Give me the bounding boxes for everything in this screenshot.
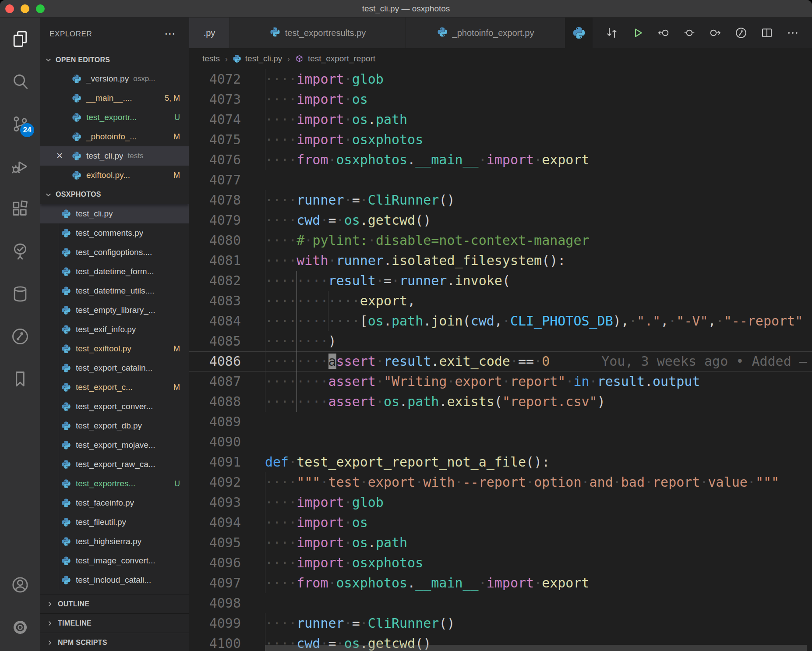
tree-item[interactable]: test_configoptions.... (40, 243, 189, 262)
git-history-icon[interactable] (734, 26, 748, 39)
code-line[interactable]: 4091def·test_export_report_not_a_file(): (189, 452, 812, 472)
tree-item[interactable]: test_empty_library_... (40, 301, 189, 320)
account-icon[interactable] (0, 563, 40, 606)
open-editor-item[interactable]: _version.pyosxp... (40, 69, 189, 88)
breadcrumb-item[interactable]: test_cli.py (245, 54, 282, 64)
line-number[interactable]: 4072 (189, 69, 241, 89)
tab--py[interactable]: .py (189, 18, 230, 48)
breadcrumb-item[interactable]: tests (202, 54, 220, 64)
tree-item[interactable]: test_exiftool.pyM (40, 339, 189, 358)
bookmarks-icon[interactable] (0, 357, 40, 400)
todo-tree-icon[interactable] (0, 230, 40, 272)
panel-npm-scripts[interactable]: NPM SCRIPTS (40, 633, 189, 651)
tab--photoinfo-export-py[interactable]: _photoinfo_export.py (406, 18, 565, 48)
source-control-icon[interactable]: 24 (0, 103, 40, 145)
search-icon[interactable] (0, 60, 40, 103)
tree-item[interactable]: test_cli.py (40, 204, 189, 223)
line-number[interactable]: 4081 (189, 251, 241, 271)
tree-item[interactable]: test_datetime_form... (40, 262, 189, 281)
code-line[interactable]: 4073····import·os (189, 89, 812, 110)
tree-item[interactable]: test_export_c...M (40, 378, 189, 397)
close-icon[interactable]: ✕ (56, 146, 63, 166)
code-line[interactable]: 4078····runner·=·CliRunner() (189, 190, 812, 210)
tree-item[interactable]: test_image_convert... (40, 551, 189, 570)
tree-item[interactable]: test_exportres...U (40, 474, 189, 493)
tree-item[interactable]: test_highsierra.py (40, 532, 189, 551)
open-editors-header[interactable]: OPEN EDITORS (40, 50, 189, 69)
line-number[interactable]: 4097 (189, 573, 241, 593)
line-number[interactable]: 4078 (189, 190, 241, 210)
split-editor-icon[interactable] (760, 26, 773, 39)
line-number[interactable]: 4085 (189, 331, 241, 351)
code-editor[interactable]: 4072····import·glob4073····import·os4074… (189, 69, 812, 651)
line-number[interactable]: 4087 (189, 371, 241, 392)
git-graph-icon[interactable] (0, 315, 40, 357)
code-line[interactable]: 4097····from·osxphotos.__main__·import·e… (189, 573, 812, 593)
line-number[interactable]: 4077 (189, 170, 241, 190)
tab-test-exportresults-py[interactable]: test_exportresults.py (230, 18, 406, 48)
nav-back-icon[interactable] (657, 26, 670, 39)
code-line[interactable]: 4081····with·runner.isolated_filesystem(… (189, 251, 812, 271)
tree-item[interactable]: test_export_conver... (40, 397, 189, 416)
line-number[interactable]: 4091 (189, 452, 241, 472)
project-section-header[interactable]: OSXPHOTOS (40, 185, 189, 204)
line-number[interactable]: 4082 (189, 271, 241, 291)
line-number[interactable]: 4099 (189, 613, 241, 633)
line-number[interactable]: 4098 (189, 593, 241, 613)
tree-item[interactable]: test_export_db.py (40, 416, 189, 435)
tree-item[interactable]: test_export_raw_ca... (40, 455, 189, 474)
code-line[interactable]: 4099····runner·=·CliRunner() (189, 613, 812, 633)
line-number[interactable]: 4086 (189, 351, 241, 371)
line-number[interactable]: 4100 (189, 633, 241, 651)
code-line[interactable]: 4084············[os.path.join(cwd,·CLI_P… (189, 311, 812, 331)
nav-circle-icon[interactable] (683, 26, 696, 39)
code-line[interactable]: 4077 (189, 170, 812, 190)
line-number[interactable]: 4073 (189, 89, 241, 110)
line-number[interactable]: 4089 (189, 412, 241, 432)
code-line[interactable]: 4095····import·os.path (189, 533, 812, 553)
line-number[interactable]: 4079 (189, 210, 241, 230)
panel-outline[interactable]: OUTLINE (40, 594, 189, 613)
tree-item[interactable]: test_export_mojave... (40, 435, 189, 455)
code-line[interactable]: 4090 (189, 432, 812, 452)
line-number[interactable]: 4075 (189, 130, 241, 150)
extensions-icon[interactable] (0, 188, 40, 230)
code-line[interactable]: 4092····"""·test·export·with·--report·op… (189, 472, 812, 492)
compare-changes-icon[interactable] (605, 26, 618, 39)
line-number[interactable]: 4093 (189, 492, 241, 513)
database-icon[interactable] (0, 272, 40, 315)
line-number[interactable]: 4083 (189, 291, 241, 311)
nav-forward-icon[interactable] (709, 26, 722, 39)
code-line[interactable]: 4096····import·osxphotos (189, 553, 812, 573)
line-number[interactable]: 4094 (189, 513, 241, 533)
line-number[interactable]: 4080 (189, 230, 241, 251)
code-line[interactable]: 4083············export, (189, 291, 812, 311)
line-number[interactable]: 4088 (189, 392, 241, 412)
more-actions-icon[interactable]: ⋯ (164, 27, 177, 41)
tree-item[interactable]: test_comments.py (40, 223, 189, 243)
tree-item[interactable]: test_exif_info.py (40, 320, 189, 339)
code-line[interactable]: 4075····import·osxphotos (189, 130, 812, 150)
code-line[interactable]: 4094····import·os (189, 513, 812, 533)
python-interpreter-button[interactable] (565, 18, 593, 48)
line-number[interactable]: 4074 (189, 110, 241, 130)
open-editor-item[interactable]: _photoinfo_...M (40, 127, 189, 146)
tree-item[interactable]: test_fileutil.py (40, 513, 189, 532)
code-line[interactable]: 4093····import·glob (189, 492, 812, 513)
run-icon[interactable] (631, 26, 644, 39)
line-number[interactable]: 4095 (189, 533, 241, 553)
code-line[interactable]: 4086········assert·result.exit_code·==·0… (189, 351, 812, 371)
run-debug-icon[interactable] (0, 145, 40, 188)
tree-item[interactable]: test_incloud_catali... (40, 570, 189, 590)
code-line[interactable]: 4080····#·pylint:·disable=not-context-ma… (189, 230, 812, 251)
line-number[interactable]: 4096 (189, 553, 241, 573)
breadcrumb-item[interactable]: test_export_report (308, 54, 375, 64)
settings-gear-icon[interactable] (0, 606, 40, 648)
code-line[interactable]: 4087········assert·"Writing·export·repor… (189, 371, 812, 392)
line-number[interactable]: 4092 (189, 472, 241, 492)
open-editor-item[interactable]: exiftool.py...M (40, 166, 189, 185)
code-line[interactable]: 4085········) (189, 331, 812, 351)
open-editor-item[interactable]: test_exportr...U (40, 108, 189, 127)
line-number[interactable]: 4084 (189, 311, 241, 331)
line-number[interactable]: 4076 (189, 150, 241, 170)
